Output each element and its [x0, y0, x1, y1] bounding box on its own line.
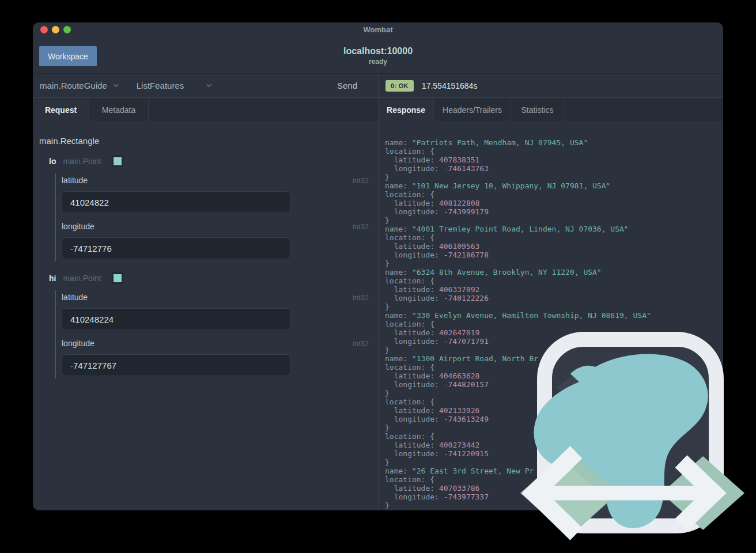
tab-filler	[149, 98, 378, 122]
field-name: lo	[49, 157, 56, 166]
tab-response[interactable]: Response	[379, 98, 434, 122]
field-row: latitude int32	[62, 292, 372, 302]
response-output: name: "Patriots Path, Mendham, NJ 07945,…	[379, 122, 723, 510]
window-title: Wombat	[33, 25, 723, 34]
field-type-label: int32	[353, 176, 369, 185]
service-select-value: main.RouteGuide	[40, 81, 107, 90]
hi-latitude-input[interactable]	[62, 308, 290, 330]
tab-filler	[564, 98, 723, 122]
checkbox-fill-icon	[114, 274, 122, 282]
call-duration: 17.554151684s	[422, 81, 478, 90]
request-toolbar: main.RouteGuide ListFeatures Send	[33, 74, 378, 98]
field-label: latitude	[62, 176, 88, 185]
field-name: hi	[49, 274, 56, 283]
field-row: longitude int32	[62, 338, 372, 349]
method-select[interactable]: ListFeatures	[137, 81, 213, 90]
checkbox-fill-icon	[114, 157, 122, 165]
service-select[interactable]: main.RouteGuide	[40, 81, 119, 90]
field-group-lo-body: latitude int32 longitude int32	[55, 173, 372, 262]
request-pane: main.RouteGuide ListFeatures Send Reques…	[33, 74, 378, 510]
field-type-label: int32	[353, 339, 369, 348]
field-group-lo-header: lo main.Point	[49, 155, 372, 168]
field-type: main.Point	[63, 157, 101, 166]
response-toolbar: 0: OK 17.554151684s	[379, 74, 723, 98]
lo-latitude-input[interactable]	[62, 191, 290, 213]
response-tabs: Response Headers/Trailers Statistics	[379, 98, 723, 122]
field-row: longitude int32	[62, 221, 372, 232]
lo-point-checkbox[interactable]	[112, 156, 123, 167]
hi-longitude-input[interactable]	[62, 354, 290, 376]
field-label: longitude	[62, 222, 94, 231]
send-button[interactable]: Send	[337, 81, 357, 90]
server-info: localhost:10000 ready	[33, 46, 723, 66]
tab-request[interactable]: Request	[33, 98, 89, 122]
server-address: localhost:10000	[33, 46, 723, 56]
field-type-label: int32	[353, 222, 369, 231]
title-bar: Wombat Workspace localhost:10000 ready	[33, 22, 723, 74]
field-group-hi-header: hi main.Point	[49, 272, 372, 285]
lo-longitude-input[interactable]	[62, 237, 290, 259]
field-label: longitude	[62, 339, 94, 348]
chevron-down-icon	[113, 84, 119, 88]
server-status: ready	[33, 58, 723, 66]
tab-statistics[interactable]: Statistics	[511, 98, 564, 122]
field-label: latitude	[62, 293, 88, 302]
request-tabs: Request Metadata	[33, 98, 378, 122]
chevron-down-icon	[206, 84, 212, 88]
field-type-label: int32	[353, 293, 369, 302]
tab-metadata[interactable]: Metadata	[89, 98, 149, 122]
tab-headers-trailers[interactable]: Headers/Trailers	[434, 98, 511, 122]
status-badge: 0: OK	[385, 80, 414, 92]
field-group-hi-body: latitude int32 longitude int32	[55, 290, 372, 378]
field-row: latitude int32	[62, 175, 372, 185]
field-type: main.Point	[63, 274, 101, 283]
request-form: main.Rectangle lo main.Point latitude in…	[33, 122, 378, 510]
app-window: Wombat Workspace localhost:10000 ready m…	[33, 22, 723, 510]
message-type-label: main.Rectangle	[39, 136, 372, 146]
method-select-value: ListFeatures	[137, 81, 184, 90]
hi-point-checkbox[interactable]	[112, 272, 123, 284]
response-pane: 0: OK 17.554151684s Response Headers/Tra…	[379, 74, 723, 510]
